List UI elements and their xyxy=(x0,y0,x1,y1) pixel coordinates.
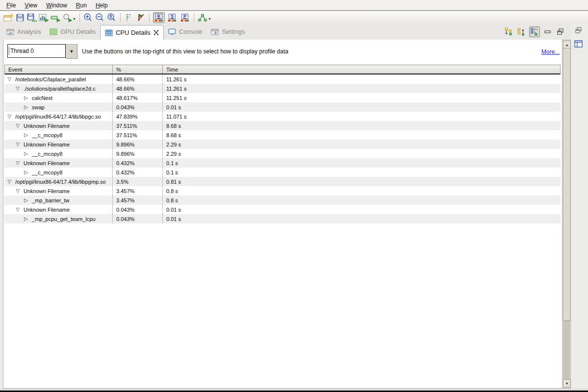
tab-settings[interactable]: Settings xyxy=(206,24,249,40)
pct-cell: 48.66% xyxy=(112,84,162,93)
tab-gpu-details[interactable]: GPU Details xyxy=(45,24,100,40)
tab-analysis[interactable]: Analysis xyxy=(2,24,45,40)
flag-clear-icon[interactable] xyxy=(135,13,146,23)
stream-color-strip xyxy=(168,20,176,22)
event-cell-label: Unknown Filename xyxy=(24,160,70,166)
restore-pane-icon[interactable] xyxy=(575,26,583,34)
expand-arrow[interactable]: ▷ xyxy=(23,216,29,221)
expand-arrow[interactable]: ▷ xyxy=(23,104,29,110)
view-hint-text: Use the buttons on the top-right of this… xyxy=(82,48,288,55)
event-cell: ▽ Unknown Filename xyxy=(4,186,112,196)
close-icon[interactable] xyxy=(153,30,159,35)
kernel-timeline-toggle[interactable]: K xyxy=(153,12,165,23)
pct-cell: 0.043% xyxy=(112,205,162,214)
settings-icon xyxy=(211,28,219,35)
table-row[interactable]: ▷ __c_mcopy8 37.511% 8.68 s xyxy=(4,130,561,140)
table-row[interactable]: ▷ __c_mcopy8 9.896% 2.29 s xyxy=(4,149,561,158)
table-row[interactable]: ▽ /opt/pgi/linux86-64/17.4/lib/libpgmp.s… xyxy=(4,177,561,186)
menu-bar: File View Window Run Help xyxy=(0,0,588,11)
table-row[interactable]: ▽ Unknown Filename 3.457% 0.8 s xyxy=(4,186,561,196)
properties-view-icon[interactable] xyxy=(574,40,583,48)
collapse-arrow[interactable]: ▽ xyxy=(6,179,12,184)
zoom-in-icon[interactable] xyxy=(83,13,94,23)
minimize-view-icon[interactable] xyxy=(543,27,553,37)
stream-letter: S xyxy=(169,14,176,19)
scrollbar-track[interactable] xyxy=(563,320,570,381)
flag-marker-icon[interactable] xyxy=(124,13,134,23)
collapse-arrow[interactable]: ▽ xyxy=(15,123,21,128)
stream-timeline-toggle[interactable]: S xyxy=(167,13,178,23)
tab-console[interactable]: Console xyxy=(164,24,207,40)
new-session-icon[interactable] xyxy=(3,13,14,23)
collapse-arrow[interactable]: ▽ xyxy=(15,86,21,91)
tab-cpu-details[interactable]: CPU Details xyxy=(100,25,164,40)
save-icon[interactable] xyxy=(15,13,26,23)
expand-arrow[interactable]: ▷ xyxy=(23,95,29,100)
table-row[interactable]: ▽ Unknown Filename 0.043% 0.01 s xyxy=(4,205,561,214)
menu-file[interactable]: File xyxy=(2,1,20,10)
collapse-arrow[interactable]: ▽ xyxy=(15,188,21,194)
more-link[interactable]: More... xyxy=(541,49,560,55)
expand-arrow[interactable]: ▷ xyxy=(23,197,29,203)
scrollbar-thumb[interactable] xyxy=(563,48,571,321)
call-tree-dropdown-icon[interactable]: ▼ xyxy=(208,17,211,21)
run-analysis-icon[interactable] xyxy=(62,13,73,23)
table-row[interactable]: ▽ Unknown Filename 37.511% 8.68 s xyxy=(4,121,561,130)
event-cell-label: ./solutions/parallel/laplace2d.c xyxy=(24,86,96,92)
pct-cell: 3.457% xyxy=(112,196,162,205)
console-icon xyxy=(168,28,176,35)
top-down-view-icon[interactable] xyxy=(504,27,513,37)
run-analysis-dropdown-icon[interactable]: ▼ xyxy=(73,17,76,21)
table-row[interactable]: ▷ __c_mcopy8 0.432% 0.1 s xyxy=(4,168,561,177)
menu-help[interactable]: Help xyxy=(91,1,112,10)
collapse-arrow[interactable]: ▽ xyxy=(6,114,12,119)
expand-arrow[interactable]: ▷ xyxy=(23,151,29,156)
collapse-arrow[interactable]: ▽ xyxy=(15,160,21,166)
time-cell: 11.071 s xyxy=(162,112,561,121)
event-cell-label: calcNext xyxy=(32,95,52,101)
scroll-down-button[interactable]: ▼ xyxy=(563,379,571,388)
menu-window[interactable]: Window xyxy=(42,1,72,10)
view-toolbar xyxy=(504,25,565,38)
menu-run[interactable]: Run xyxy=(72,1,91,10)
table-row[interactable]: ▽ Unknown Filename 9.896% 2.29 s xyxy=(4,140,561,149)
table-row[interactable]: ▽ /opt/pgi/linux86-64/17.4/lib/libpgc.so… xyxy=(4,112,561,121)
tree-indent xyxy=(4,88,15,89)
expand-arrow[interactable]: ▷ xyxy=(23,170,29,175)
profile-application-icon[interactable] xyxy=(38,13,49,23)
table-row[interactable]: ▷ _mp_pcpu_get_team_lcpu 0.043% 0.01 s xyxy=(4,214,561,223)
cpu-details-view: Thread 0 ▼ Use the buttons on the top-ri… xyxy=(3,40,562,389)
thread-selector-dropdown-button[interactable]: ▼ xyxy=(66,44,77,59)
thread-selector[interactable]: Thread 0 ▼ xyxy=(7,44,77,58)
save-all-icon[interactable] xyxy=(26,13,37,23)
table-row[interactable]: ▷ calcNext 48.617% 11.251 s xyxy=(4,93,561,102)
call-tree-icon[interactable] xyxy=(197,13,208,23)
bottom-up-view-icon[interactable] xyxy=(516,27,526,37)
code-structure-view-icon[interactable] xyxy=(529,26,540,37)
zoom-fit-icon[interactable] xyxy=(106,13,117,23)
generate-timeline-icon[interactable] xyxy=(50,13,61,23)
collapse-arrow[interactable]: ▽ xyxy=(6,76,12,82)
table-row[interactable]: ▷ _mp_barrier_tw 3.457% 0.8 s xyxy=(4,196,561,205)
process-timeline-toggle[interactable]: P xyxy=(179,13,190,23)
table-row[interactable]: ▽ ./solutions/parallel/laplace2d.c 48.66… xyxy=(4,84,561,93)
table-row[interactable]: ▽ /notebooks/C/laplace_parallel 48.66% 1… xyxy=(4,74,561,84)
collapse-arrow[interactable]: ▽ xyxy=(15,207,21,212)
vertical-scrollbar[interactable]: ▲ ▼ xyxy=(562,40,571,389)
table-row[interactable]: ▽ Unknown Filename 0.432% 0.1 s xyxy=(4,158,561,168)
thread-selector-textbox[interactable]: Thread 0 xyxy=(7,44,66,58)
time-cell: 0.01 s xyxy=(162,205,561,214)
pct-cell: 0.432% xyxy=(112,168,162,177)
column-header-time[interactable]: Time xyxy=(163,65,560,74)
kernel-letter: K xyxy=(155,14,163,19)
time-cell: 0.1 s xyxy=(162,168,561,177)
menu-view[interactable]: View xyxy=(20,1,42,10)
tab-label: Console xyxy=(179,28,203,35)
column-header-percent[interactable]: % xyxy=(113,65,163,74)
column-header-event[interactable]: Event xyxy=(5,65,113,74)
expand-arrow[interactable]: ▷ xyxy=(23,132,29,138)
zoom-out-icon[interactable] xyxy=(95,13,105,23)
table-row[interactable]: ▷ swap 0.043% 0.01 s xyxy=(4,102,561,112)
maximize-view-icon[interactable] xyxy=(556,27,565,37)
collapse-arrow[interactable]: ▽ xyxy=(15,142,21,147)
